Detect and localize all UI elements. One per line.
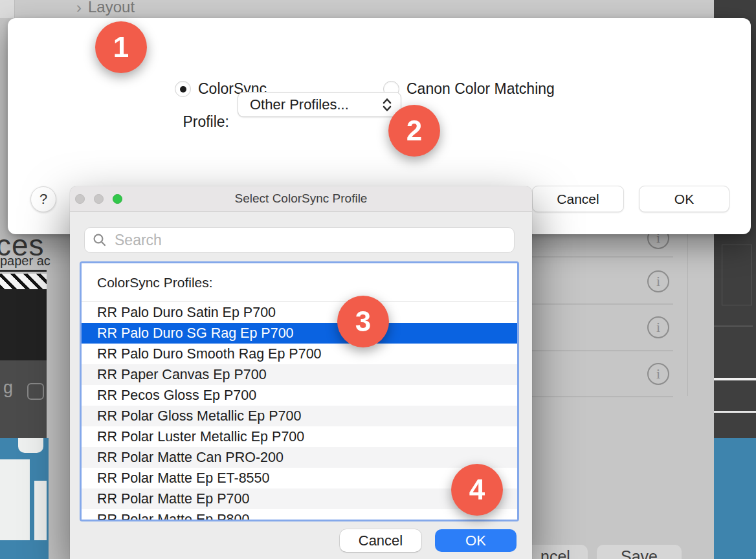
profile-field-label: Profile: — [170, 113, 229, 131]
ok-button[interactable]: OK — [435, 529, 517, 552]
list-item[interactable]: RR Polar Gloss Metallic Ep P700 — [82, 406, 517, 426]
info-icon[interactable]: i — [647, 363, 669, 385]
help-button[interactable]: ? — [30, 186, 56, 212]
list-item-partial[interactable]: RR Polar Matte Ep P800 — [82, 509, 517, 520]
radio-canon-color-matching[interactable]: Canon Color Matching — [383, 80, 555, 98]
list-item-selected[interactable]: RR Palo Duro SG Rag Ep P700 — [82, 323, 517, 344]
info-glyph: i — [656, 367, 660, 381]
layout-disclosure-row[interactable]: › Layout — [76, 0, 135, 18]
background-white-line — [714, 378, 756, 380]
annotation-badge-2: 2 — [388, 105, 440, 157]
cancel-button[interactable]: Cancel — [532, 186, 624, 212]
list-item[interactable]: RR Polar Luster Metallic Ep P700 — [82, 426, 517, 447]
background-text-line — [0, 270, 47, 272]
background-cancel-button-partial[interactable]: ncel — [523, 545, 588, 559]
profile-popup-value: Other Profiles... — [238, 96, 377, 113]
background-save-button-partial[interactable]: Save — [597, 545, 682, 559]
list-item[interactable]: RR Pecos Gloss Ep P700 — [82, 385, 517, 406]
radio-dot — [180, 86, 186, 93]
list-item[interactable]: RR Palo Duro Smooth Rag Ep P700 — [82, 344, 517, 364]
background-dark-outline — [722, 245, 752, 305]
settings-row-divider — [511, 396, 673, 397]
ok-button[interactable]: OK — [639, 186, 729, 212]
settings-row-divider — [511, 256, 673, 258]
chevron-right-icon: › — [76, 0, 82, 16]
background-hatched-band — [0, 274, 47, 289]
list-item[interactable]: RR Polar Matte Can PRO-200 — [82, 447, 517, 468]
background-dark-divider — [714, 325, 753, 327]
background-letter-shape — [18, 438, 43, 453]
annotation-badge-3: 3 — [337, 296, 389, 347]
question-mark-glyph: ? — [39, 191, 47, 208]
window-titlebar[interactable]: Select ColorSync Profile — [70, 186, 532, 212]
layout-section-label: Layout — [88, 0, 135, 15]
background-black-block — [0, 289, 47, 360]
settings-panel-edge — [687, 234, 688, 396]
radio-canon-label: Canon Color Matching — [406, 80, 555, 98]
updown-chevron-icon — [377, 98, 401, 112]
background-header-left-block — [0, 0, 15, 18]
search-icon — [93, 233, 107, 247]
info-icon[interactable]: i — [647, 316, 669, 338]
search-input[interactable] — [113, 231, 514, 250]
window-title: Select ColorSync Profile — [70, 192, 532, 206]
settings-row-divider — [511, 303, 673, 305]
list-item[interactable]: RR Paper Canvas Ep P700 — [82, 364, 517, 385]
list-item[interactable]: RR Palo Duro Satin Ep P700 — [82, 302, 517, 323]
background-letter-shape — [34, 481, 47, 540]
annotation-badge-4: 4 — [451, 464, 503, 516]
cancel-button[interactable]: Cancel — [340, 529, 421, 552]
search-field[interactable] — [84, 227, 515, 253]
annotation-badge-1: 1 — [95, 21, 147, 73]
background-text-fragment: paper ac — [0, 254, 50, 269]
background-photo-right — [714, 438, 756, 559]
settings-row-divider — [511, 350, 673, 351]
info-glyph: i — [656, 320, 660, 334]
list-header: ColorSync Profiles: — [82, 263, 517, 302]
radio-button-selected-icon[interactable] — [175, 81, 191, 97]
background-white-line — [714, 411, 756, 413]
info-glyph: i — [656, 274, 660, 289]
background-label-fragment: g — [3, 378, 13, 398]
profile-popup-button[interactable]: Other Profiles... — [238, 92, 401, 117]
background-letter-shape — [0, 459, 30, 540]
info-icon[interactable]: i — [647, 270, 669, 292]
checkbox[interactable] — [27, 383, 44, 400]
